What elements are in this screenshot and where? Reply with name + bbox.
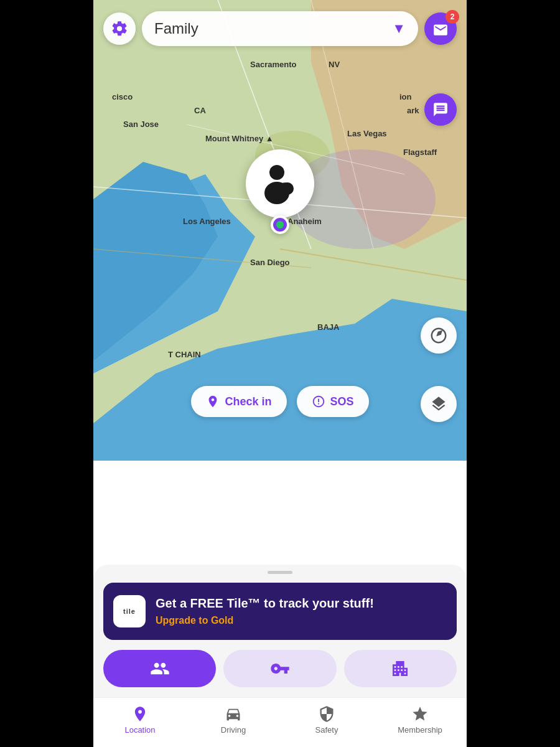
people-tab-button[interactable] xyxy=(103,650,216,687)
map-label: Flagstaff xyxy=(403,148,437,157)
checkin-button[interactable]: Check in xyxy=(191,386,286,417)
tile-banner[interactable]: tile Get a FREE Tile™ to track your stuf… xyxy=(103,583,457,640)
avatar-circle xyxy=(246,149,314,218)
top-bar: Family ▼ 2 xyxy=(93,11,467,46)
nav-label-driving: Driving xyxy=(221,725,246,735)
svg-line-10 xyxy=(280,249,467,280)
sos-label: SOS xyxy=(330,395,354,408)
mail-button[interactable]: 2 xyxy=(424,12,457,45)
nav-label-location: Location xyxy=(124,725,155,735)
location-nav-icon xyxy=(131,705,149,723)
map-label: NV xyxy=(329,60,340,69)
bottom-sheet: tile Get a FREE Tile™ to track your stuf… xyxy=(93,565,467,747)
nav-label-membership: Membership xyxy=(398,725,442,735)
svg-line-11 xyxy=(93,249,311,268)
nav-label-safety: Safety xyxy=(315,725,338,735)
nav-item-safety[interactable]: Safety xyxy=(280,705,373,735)
tile-logo: tile xyxy=(113,595,146,627)
action-buttons: Check in SOS xyxy=(93,386,467,417)
chevron-down-icon: ▼ xyxy=(392,21,406,37)
settings-button[interactable] xyxy=(103,12,136,45)
map-label: Las Vegas xyxy=(347,129,387,138)
bottom-navigation: Location Driving Safety Membership xyxy=(93,697,467,747)
compass-button[interactable] xyxy=(421,317,457,354)
family-selector[interactable]: Family ▼ xyxy=(142,11,418,46)
map-label: San Diego xyxy=(250,258,290,267)
notification-badge: 2 xyxy=(446,10,459,24)
membership-nav-icon xyxy=(411,705,429,723)
nav-item-membership[interactable]: Membership xyxy=(373,705,467,735)
nav-item-location[interactable]: Location xyxy=(93,705,187,735)
map-label: Sacramento xyxy=(250,60,296,69)
map-label: San Jose xyxy=(123,120,159,129)
map-label: T CHAIN xyxy=(168,350,201,359)
tab-switcher xyxy=(93,650,467,697)
tile-content: Get a FREE Tile™ to track your stuff! Up… xyxy=(156,595,374,626)
chat-button[interactable] xyxy=(424,93,457,126)
family-label: Family xyxy=(154,20,198,37)
tile-title: Get a FREE Tile™ to track your stuff! xyxy=(156,595,374,611)
checkin-label: Check in xyxy=(225,395,271,408)
location-dot xyxy=(271,215,289,234)
sheet-handle xyxy=(268,571,292,574)
nav-item-driving[interactable]: Driving xyxy=(187,705,280,735)
map-label: cisco xyxy=(112,92,133,101)
key-tab-button[interactable] xyxy=(223,650,336,687)
tile-logo-text: tile xyxy=(123,608,136,615)
sos-button[interactable]: SOS xyxy=(297,386,369,417)
svg-point-12 xyxy=(269,165,284,180)
map-label: ark xyxy=(407,106,419,115)
user-avatar-pin[interactable] xyxy=(246,149,314,234)
map-label: CA xyxy=(194,106,206,115)
map-area[interactable]: SacramentociscoSan JoseCANVMount Whitney… xyxy=(93,0,467,461)
map-label: BAJA xyxy=(317,322,339,332)
safety-nav-icon xyxy=(318,705,335,723)
svg-marker-2 xyxy=(93,162,218,361)
building-tab-button[interactable] xyxy=(344,650,457,687)
driving-nav-icon xyxy=(225,705,242,723)
map-label: Mount Whitney ▲ xyxy=(205,134,274,143)
tile-upgrade-link[interactable]: Upgrade to Gold xyxy=(156,615,374,626)
map-label: Los Angeles xyxy=(183,217,231,226)
map-label: ion xyxy=(399,92,412,101)
